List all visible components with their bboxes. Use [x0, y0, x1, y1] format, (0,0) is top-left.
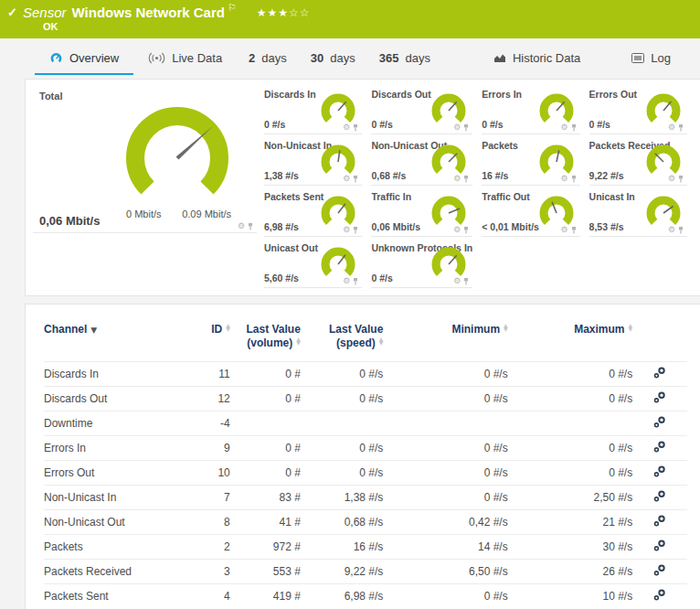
column-header-minimum[interactable]: Minimum▲▼ [383, 323, 507, 362]
channel-gauge-cell[interactable]: Unicast In 8,53 #/s ⚙ [589, 191, 687, 237]
column-header-id[interactable]: ID▲▼ [178, 323, 229, 362]
gauge-settings-icon[interactable]: ⚙ [668, 123, 675, 132]
gauge-settings-icon[interactable]: ⚙ [453, 175, 461, 183]
column-header-channel[interactable]: Channel▼ [44, 323, 178, 362]
gauge-settings-icon[interactable]: ⚙ [343, 226, 350, 234]
gauge-settings-icon[interactable]: ⚙ [453, 226, 461, 234]
status-badge: OK [43, 21, 691, 32]
table-row: Discards In 11 0 # 0 #/s 0 #/s 0 #/s [44, 362, 687, 387]
cell-channel[interactable]: Errors In [44, 436, 178, 461]
channel-settings-icon[interactable] [653, 564, 666, 580]
tab-label: Overview [69, 51, 119, 65]
cell-channel[interactable]: Packets Sent [44, 584, 178, 609]
gauge-settings-icon[interactable]: ⚙ [343, 277, 350, 285]
cell-channel[interactable]: Packets [44, 535, 178, 560]
gauge-settings-icon[interactable]: ⚙ [668, 226, 675, 234]
column-header-last-value-volume[interactable]: Last Value (volume)▲▼ [230, 323, 301, 362]
gauge-settings-icon[interactable]: ⚙ [343, 175, 350, 183]
gauge-pin-icon[interactable] [677, 175, 684, 183]
tab-historic-data[interactable]: Historic Data [479, 42, 595, 75]
gauge-pin-icon[interactable] [570, 175, 578, 183]
cell-channel[interactable]: Downtime [44, 411, 178, 436]
tab-label: Live Data [172, 51, 222, 65]
column-label: Maximum [574, 323, 624, 336]
channel-gauge-cell[interactable]: Errors Out 0 #/s ⚙ [589, 89, 687, 134]
channel-gauge-cell[interactable]: Packets Received 9,22 #/s ⚙ [589, 140, 687, 186]
channel-gauge-cell[interactable]: Discards In 0 #/s ⚙ [264, 89, 362, 134]
broadcast-icon [148, 52, 165, 64]
channel-settings-icon[interactable] [653, 589, 666, 604]
flag-icon[interactable]: ⚐ [228, 2, 237, 14]
gauge-pin-icon[interactable] [570, 123, 578, 132]
channel-settings-icon[interactable] [653, 441, 666, 456]
tab-label: Log [651, 51, 671, 65]
gauge-pin-icon[interactable] [677, 123, 684, 132]
channel-gauge-needle [449, 102, 457, 111]
channel-settings-icon[interactable] [653, 465, 666, 481]
channel-gauge-cell[interactable]: Non-Unicast Out 0,68 #/s ⚙ [371, 140, 472, 186]
tab-30-days[interactable]: 30 days [299, 42, 367, 75]
cell-channel[interactable]: Non-Unicast In [44, 486, 178, 510]
gauge-pin-icon[interactable] [462, 175, 470, 183]
channel-gauge-value: 0,06 Mbit/s [371, 221, 420, 232]
gauge-settings-icon[interactable]: ⚙ [453, 277, 461, 285]
gauge-settings-icon[interactable]: ⚙ [668, 175, 675, 183]
gauge-pin-icon[interactable] [352, 226, 359, 234]
tab-overview[interactable]: Overview [35, 42, 133, 75]
gauge-pin-icon[interactable] [352, 277, 359, 285]
channel-settings-icon[interactable] [653, 391, 666, 407]
channel-settings-icon[interactable] [653, 515, 666, 530]
gauge-pin-icon[interactable] [462, 277, 470, 285]
channel-gauge-cell[interactable]: Traffic Out < 0,01 Mbit/s ⚙ [482, 191, 579, 237]
cell-maximum: 26 #/s [508, 560, 632, 584]
star-rating[interactable]: ★★★☆☆ [257, 6, 311, 19]
tab-live-data[interactable]: Live Data [133, 42, 237, 75]
cell-channel[interactable]: Packets Received [44, 560, 178, 584]
gauge-pin-icon[interactable] [247, 222, 254, 230]
channel-settings-icon[interactable] [653, 367, 666, 382]
channel-gauge-cell[interactable]: Non-Unicast In 1,38 #/s ⚙ [264, 140, 362, 186]
cell-last-value-volume [230, 411, 301, 436]
cell-channel[interactable]: Errors Out [44, 461, 178, 486]
channel-settings-icon[interactable] [653, 540, 666, 555]
gauge-settings-icon[interactable]: ⚙ [238, 222, 245, 230]
cell-last-value-speed: 6,98 #/s [301, 584, 383, 609]
gauge-pin-icon[interactable] [352, 175, 359, 183]
cell-channel[interactable]: Non-Unicast Out [44, 510, 178, 535]
cell-channel[interactable]: Discards Out [44, 387, 178, 411]
channel-gauge-cell[interactable]: Discards Out 0 #/s ⚙ [371, 89, 472, 134]
tab-365-days[interactable]: 365 days [367, 42, 442, 75]
gauge-pin-icon[interactable] [462, 123, 470, 132]
cell-maximum [508, 411, 632, 436]
column-header-maximum[interactable]: Maximum▲▼ [508, 323, 632, 362]
total-gauge-cell[interactable]: Total 0,06 Mbit/s 0 Mbit/s 0.09 Mbit/s ⚙ [33, 87, 257, 233]
tab-log[interactable]: Log [617, 42, 685, 75]
cell-channel[interactable]: Discards In [44, 362, 178, 387]
channel-gauge-cell[interactable]: Errors In 0 #/s ⚙ [482, 89, 579, 134]
channel-settings-icon[interactable] [653, 416, 666, 432]
channel-gauge-value: 1,38 #/s [264, 170, 299, 181]
sort-desc-icon: ▼ [90, 326, 97, 335]
channel-gauge-cell[interactable]: Unicast Out 5,60 #/s ⚙ [264, 242, 362, 288]
gauge-settings-icon[interactable]: ⚙ [561, 175, 568, 183]
gauge-settings-icon[interactable]: ⚙ [453, 123, 461, 132]
cell-last-value-volume: 0 # [230, 461, 301, 486]
channel-settings-icon[interactable] [653, 490, 666, 506]
channel-gauge-cell[interactable]: Unknown Protocols In 0 #/s ⚙ [371, 242, 472, 288]
cell-maximum: 21 #/s [508, 510, 632, 535]
tab-2-days[interactable]: 2 days [237, 42, 299, 75]
column-header-last-value-speed[interactable]: Last Value (speed)▲▼ [301, 323, 383, 362]
gauge-settings-icon[interactable]: ⚙ [343, 123, 350, 132]
gauge-pin-icon[interactable] [570, 226, 578, 234]
gauge-settings-icon[interactable]: ⚙ [561, 226, 568, 234]
gauge-settings-icon[interactable]: ⚙ [561, 123, 568, 132]
gauge-pin-icon[interactable] [677, 226, 684, 234]
gauge-pin-icon[interactable] [352, 123, 359, 132]
channel-gauge-cell[interactable]: Packets Sent 6,98 #/s ⚙ [264, 191, 362, 237]
cell-minimum: 0 #/s [383, 362, 507, 387]
channel-gauge-cell[interactable]: Packets 16 #/s ⚙ [482, 140, 579, 186]
channel-gauge-cell[interactable]: Traffic In 0,06 Mbit/s ⚙ [371, 191, 472, 237]
gauge-pin-icon[interactable] [462, 226, 470, 234]
column-label: (speed) [336, 337, 376, 349]
table-row: Packets 2 972 # 16 #/s 14 #/s 30 #/s [44, 535, 687, 560]
